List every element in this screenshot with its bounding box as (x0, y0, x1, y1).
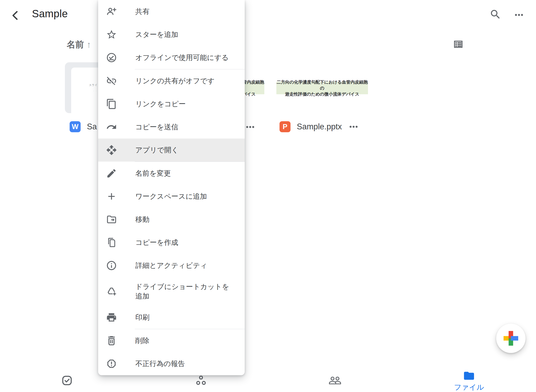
menu-item-move[interactable]: 移動 (98, 208, 245, 231)
list-view-toggle-icon[interactable] (452, 38, 464, 50)
copy-link-icon (106, 98, 117, 109)
menu-item-rename[interactable]: 名前を変更 (98, 162, 245, 185)
people-icon (328, 374, 342, 387)
rename-icon (106, 168, 117, 179)
menu-item-open-with-app[interactable]: アプリで開く (98, 139, 245, 162)
report-icon (106, 358, 117, 369)
menu-item-copy-link[interactable]: リンクをコピー (98, 92, 245, 115)
menu-item-label: コピーを作成 (135, 238, 178, 247)
bottom-navigation: ファイル (0, 369, 536, 392)
page-title: Sample (32, 8, 68, 20)
menu-item-details-activity[interactable]: 詳細とアクティビティ (98, 254, 245, 277)
sort-header[interactable]: 名前 ↑ (67, 39, 91, 51)
checkbox-icon (61, 374, 73, 387)
menu-item-delete[interactable]: 削除 (98, 329, 245, 352)
open-with-icon (106, 145, 117, 156)
delete-icon (106, 335, 117, 346)
menu-item-label: 印刷 (135, 313, 149, 322)
nav-tab-selected-items[interactable] (41, 369, 93, 392)
nav-tab-label: ファイル (454, 382, 484, 392)
send-copy-icon (106, 122, 117, 132)
menu-item-label: オフラインで使用可能にする (135, 53, 229, 62)
sort-ascending-icon: ↑ (87, 40, 91, 50)
word-file-name: Sa (87, 122, 97, 131)
sort-label: 名前 (67, 39, 84, 51)
menu-item-make-copy[interactable]: コピーを作成 (98, 231, 245, 254)
menu-item-label: 移動 (135, 215, 149, 224)
menu-item-label: アプリで開く (135, 145, 178, 155)
pptx-thumbnail-title[interactable]: 二方向の化学濃度勾配下における血管内皮細胞の 遊走性評価のための微小流体デバイス (276, 82, 368, 94)
pptx-more-icon[interactable] (348, 121, 360, 133)
google-plus-icon (498, 326, 523, 351)
nav-tab-shared[interactable] (309, 369, 361, 392)
info-icon (106, 260, 117, 271)
menu-item-label: 名前を変更 (135, 169, 171, 178)
menu-item-share[interactable]: 共有 (98, 0, 245, 23)
offline-pin-icon (106, 52, 117, 63)
menu-item-label: ドライブにショートカットを 追加 (135, 282, 229, 301)
link-off-icon (106, 75, 117, 86)
print-icon (106, 312, 117, 323)
menu-item-label: 不正行為の報告 (135, 359, 185, 368)
menu-item-label: 共有 (135, 7, 149, 16)
drive-app-screen: Sample 名前 ↑ スライド 1 · · · · · · 二方向の化学濃度勾… (0, 0, 536, 392)
pptx-file-name: Sample.pptx (297, 122, 342, 131)
word-badge: W (70, 121, 81, 132)
star-icon (106, 29, 117, 40)
menu-item-add-star[interactable]: スターを追加 (98, 23, 245, 46)
move-icon (106, 214, 117, 225)
make-copy-icon (106, 237, 117, 248)
menu-item-label: ワークスペースに追加 (135, 192, 207, 201)
pptx-file-row[interactable]: P Sample.pptx (280, 120, 360, 134)
more-options-icon[interactable] (512, 9, 526, 21)
menu-item-make-offline[interactable]: オフラインで使用可能にする (98, 46, 245, 69)
folder-icon (463, 370, 475, 382)
menu-item-label: 詳細とアクティビティ (135, 261, 207, 270)
menu-item-label: スターを追加 (135, 30, 178, 39)
menu-item-add-shortcut[interactable]: ドライブにショートカットを 追加 (98, 277, 245, 306)
chevron-left-icon (9, 9, 21, 21)
add-icon (106, 191, 117, 202)
menu-item-print[interactable]: 印刷 (98, 306, 245, 329)
search-icon[interactable] (489, 8, 501, 20)
menu-item-label: コピーを送信 (135, 122, 178, 132)
menu-item-send-copy[interactable]: コピーを送信 (98, 115, 245, 139)
workspaces-icon (195, 374, 207, 387)
menu-item-report-abuse[interactable]: 不正行為の報告 (98, 352, 245, 375)
powerpoint-badge: P (280, 121, 291, 132)
add-shortcut-icon (106, 286, 117, 297)
menu-item-add-to-workspace[interactable]: ワークスペースに追加 (98, 185, 245, 208)
file-context-menu: 共有 スターを追加 オフラインで使用可能にする リンクの共有がオフです (98, 0, 245, 375)
menu-item-label: リンクをコピー (135, 99, 186, 109)
back-button[interactable] (9, 9, 21, 21)
nav-tab-files[interactable]: ファイル (443, 369, 495, 392)
menu-item-link-sharing-off[interactable]: リンクの共有がオフです (98, 69, 245, 92)
hidden-file-more-icon[interactable] (244, 121, 256, 133)
menu-item-label: リンクの共有がオフです (135, 76, 215, 86)
menu-item-label: 削除 (135, 336, 149, 345)
create-new-fab[interactable] (496, 324, 526, 353)
word-file-row[interactable]: W Sa (70, 120, 97, 134)
person-add-icon (106, 6, 117, 17)
